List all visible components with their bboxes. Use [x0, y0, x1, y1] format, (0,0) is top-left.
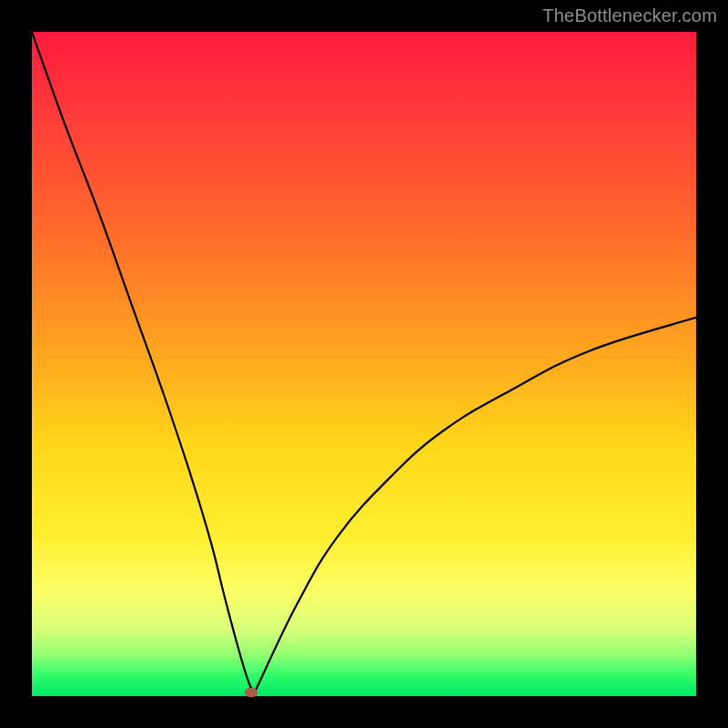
optimum-marker [245, 688, 258, 697]
bottleneck-curve [32, 32, 696, 696]
plot-area [32, 32, 696, 696]
watermark-label: TheBottlenecker.com [542, 5, 717, 26]
chart-frame: TheBottlenecker.com [0, 0, 728, 728]
